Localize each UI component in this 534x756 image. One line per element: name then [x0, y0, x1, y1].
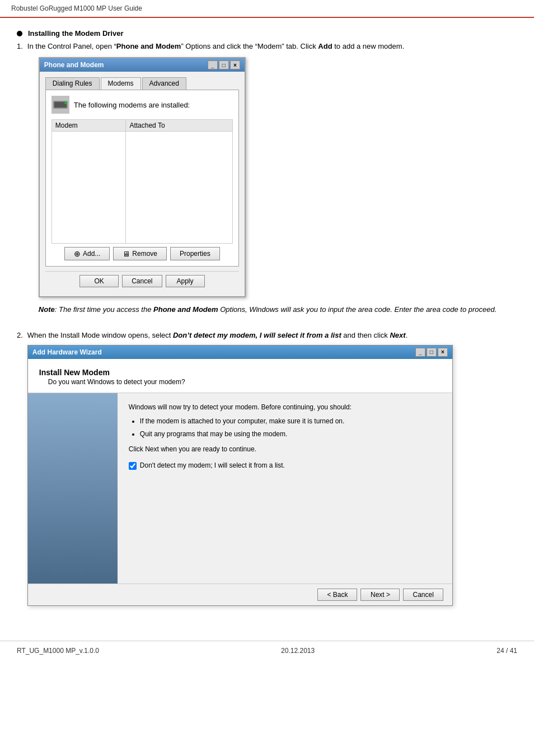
- note-text: Note: The first time you access the Phon…: [39, 304, 517, 315]
- phone-modem-dialog: Phone and Modem _ □ × Dialing Rules Mode…: [39, 57, 246, 297]
- next-label: Next >: [371, 591, 390, 599]
- step2-next: Next: [390, 331, 405, 339]
- action-buttons-row: ⊕ Add... 🖥 Remove: [51, 247, 233, 260]
- dialog-footer-buttons: OK Cancel Apply: [45, 271, 239, 291]
- wizard-intro: Windows will now try to detect your mode…: [129, 402, 441, 413]
- svg-point-2: [64, 102, 67, 104]
- remove-icon: 🖥: [123, 250, 130, 258]
- tab-content: The following modems are installed: Mode…: [45, 90, 239, 267]
- tabs-row: Dialing Rules Modems Advanced: [45, 77, 239, 90]
- step2-content: When the Install Mode window opens, sele…: [27, 331, 517, 613]
- add-icon: ⊕: [74, 249, 81, 258]
- tab-dialing-rules[interactable]: Dialing Rules: [45, 77, 100, 90]
- note-bold: Phone and Modem: [153, 305, 218, 314]
- wizard-titlebar-controls: _ □ ×: [415, 348, 448, 357]
- wizard-titlebar: Add Hardware Wizard _ □ ×: [28, 346, 452, 359]
- bullet-dot: [17, 31, 22, 36]
- wizard-body: Install New Modem Do you want Windows to…: [28, 359, 452, 605]
- wizard-main: Windows will now try to detect your mode…: [28, 393, 452, 584]
- dialog-titlebar: Phone and Modem _ □ ×: [40, 58, 245, 72]
- dont-detect-label: Don't detect my modem; I will select it …: [140, 460, 285, 471]
- wizard-footer: < Back Next > Cancel: [28, 584, 452, 605]
- remove-label: Remove: [132, 250, 157, 258]
- installed-text: The following modems are installed:: [74, 101, 190, 109]
- wizard-window: Add Hardware Wizard _ □ × Install New Mo…: [27, 345, 453, 606]
- back-button[interactable]: < Back: [317, 589, 357, 601]
- wizard-list-item-2: Quit any programs that may be using the …: [140, 429, 441, 440]
- step1-add-bold: Add: [318, 42, 332, 50]
- bullet-label: Installing the Modem Driver: [28, 29, 123, 38]
- wizard-title: Add Hardware Wizard: [32, 348, 102, 356]
- step1-text-middle: ” Options and click the “Modem” tab. Cli…: [181, 42, 318, 50]
- back-label: < Back: [327, 591, 348, 599]
- modem-installed-row: The following modems are installed:: [51, 96, 233, 114]
- step2-bold-italic: Don’t detect my modem, I will select it …: [173, 331, 341, 339]
- wizard-sidebar: [28, 393, 118, 584]
- ok-label: OK: [94, 277, 104, 285]
- step1-text-before: In the Control Panel, open “: [27, 42, 116, 50]
- page-content: Installing the Modem Driver 1. In the Co…: [0, 24, 534, 629]
- attached-cell: [126, 132, 232, 244]
- step1-content: In the Control Panel, open “Phone and Mo…: [27, 42, 517, 325]
- wizard-maximize-button[interactable]: □: [427, 348, 437, 357]
- wizard-content: Windows will now try to detect your mode…: [118, 393, 452, 584]
- add-label: Add...: [83, 250, 100, 258]
- step1-number: 1.: [17, 42, 23, 50]
- page-header: Robustel GoRugged M1000 MP User Guide: [0, 0, 534, 18]
- step1-text-after: to add a new modem.: [332, 42, 405, 50]
- footer-center: 20.12.2013: [281, 647, 315, 655]
- apply-button[interactable]: Apply: [166, 275, 205, 287]
- footer-left: RT_UG_M1000 MP_v.1.0.0: [17, 647, 99, 655]
- wizard-header-title: Install New Modem: [39, 368, 441, 377]
- step2-text-after: and then click: [341, 331, 390, 339]
- footer-right: 24 / 41: [496, 647, 517, 655]
- note-colon: : The first time you access the: [55, 305, 153, 314]
- apply-label: Apply: [177, 277, 194, 285]
- minimize-button[interactable]: _: [208, 60, 218, 69]
- modem-cell: [51, 132, 126, 244]
- titlebar-controls: _ □ ×: [208, 60, 240, 69]
- tab-modems[interactable]: Modems: [101, 77, 141, 90]
- wizard-header: Install New Modem Do you want Windows to…: [28, 359, 452, 393]
- dialog-title: Phone and Modem: [44, 61, 104, 69]
- step2-text-before: When the Install Mode window opens, sele…: [27, 331, 173, 339]
- ok-button[interactable]: OK: [79, 275, 119, 287]
- cancel-label: Cancel: [132, 277, 152, 285]
- wizard-list: If the modem is attached to your compute…: [140, 416, 441, 440]
- note-text2: Options, Windows will ask you to input t…: [218, 305, 497, 314]
- wizard-cancel-label: Cancel: [413, 591, 433, 599]
- checkbox-row: Don't detect my modem; I will select it …: [129, 460, 441, 471]
- cancel-button[interactable]: Cancel: [122, 275, 162, 287]
- dialog-body: Dialing Rules Modems Advanced: [40, 72, 245, 296]
- page-footer: RT_UG_M1000 MP_v.1.0.0 20.12.2013 24 / 4…: [0, 641, 534, 660]
- header-title: Robustel GoRugged M1000 MP User Guide: [11, 4, 142, 12]
- modem-icon: [51, 96, 69, 114]
- bullet-item: Installing the Modem Driver: [17, 29, 517, 38]
- dont-detect-checkbox[interactable]: [129, 462, 137, 470]
- wizard-click-next: Click Next when you are ready to continu…: [129, 444, 441, 455]
- step1-item: 1. In the Control Panel, open “Phone and…: [17, 42, 517, 325]
- step1-phone-modem: Phone and Modem: [116, 42, 181, 50]
- remove-button[interactable]: 🖥 Remove: [113, 247, 167, 260]
- properties-label: Properties: [180, 250, 210, 258]
- close-button[interactable]: ×: [230, 60, 240, 69]
- step2-item: 2. When the Install Mode window opens, s…: [17, 331, 517, 613]
- col-modem: Modem: [51, 120, 126, 132]
- next-button[interactable]: Next >: [360, 589, 400, 601]
- wizard-close-button[interactable]: ×: [438, 348, 448, 357]
- properties-button[interactable]: Properties: [170, 247, 220, 260]
- remove-button-icon: 🖥 Remove: [123, 250, 157, 258]
- wizard-header-subtitle: Do you want Windows to detect your modem…: [48, 378, 441, 386]
- step2-period: .: [406, 331, 408, 339]
- wizard-cancel-button[interactable]: Cancel: [403, 589, 443, 601]
- wizard-minimize-button[interactable]: _: [415, 348, 425, 357]
- wizard-list-item-1: If the modem is attached to your compute…: [140, 416, 441, 427]
- note-prefix: Note: [39, 305, 55, 314]
- step2-number: 2.: [17, 331, 23, 339]
- tab-advanced[interactable]: Advanced: [142, 77, 186, 90]
- add-button[interactable]: ⊕ Add...: [64, 247, 110, 260]
- col-attached: Attached To: [126, 120, 232, 132]
- maximize-button[interactable]: □: [219, 60, 229, 69]
- modem-table: Modem Attached To: [51, 119, 233, 244]
- add-button-icon: ⊕ Add...: [74, 249, 100, 258]
